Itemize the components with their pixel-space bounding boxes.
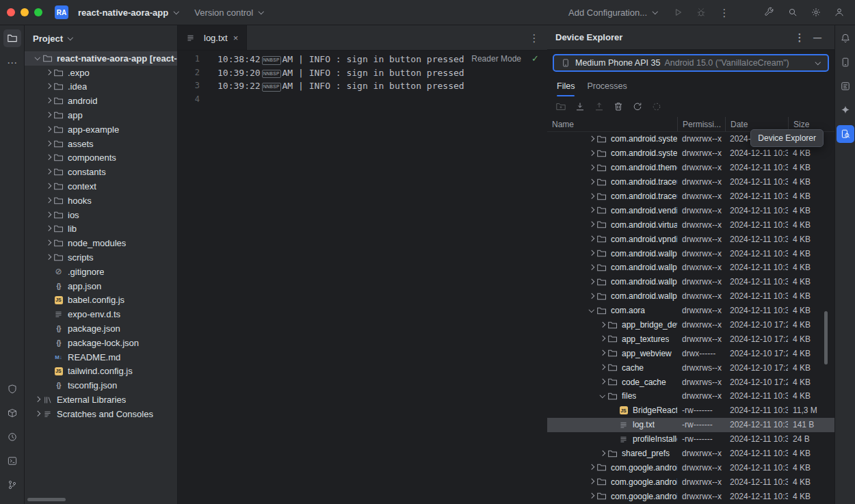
tree-item-babel-config-js[interactable]: JSbabel.config.js — [25, 293, 177, 308]
refresh-button[interactable] — [629, 98, 646, 115]
chevron-right-icon[interactable] — [44, 140, 53, 148]
chevron-right-icon[interactable] — [44, 211, 53, 220]
project-switcher[interactable]: react-native-aora-app — [74, 5, 185, 21]
chevron-right-icon[interactable] — [598, 363, 607, 372]
file-row-com-android-wallpa[interactable]: com.android.wallpadrwxrwx--x2024-12-11 1… — [547, 261, 834, 275]
chevron-right-icon[interactable] — [587, 463, 596, 472]
chevron-right-icon[interactable] — [587, 178, 596, 187]
tree-item-scripts[interactable]: scripts — [25, 250, 177, 265]
chevron-right-icon[interactable] — [587, 220, 596, 229]
tree-item-external-libraries[interactable]: External Libraries — [25, 393, 177, 407]
file-row-com-android-wallpa[interactable]: com.android.wallpadrwxrwx--x2024-12-11 1… — [547, 289, 834, 304]
file-row-com-android-virtual[interactable]: com.android.virtualdrwxrwx--x2024-12-11 … — [547, 217, 834, 232]
tree-item-package-json[interactable]: {}package.json — [25, 321, 177, 336]
editor-tab-log-txt[interactable]: log.txt × — [178, 25, 247, 50]
tree-item-scratches-and-consoles[interactable]: Scratches and Consoles — [25, 407, 177, 421]
file-row-com-android-traceu[interactable]: com.android.traceudrwxrwx--x2024-12-11 1… — [547, 175, 834, 189]
file-row-code-cache[interactable]: code_cachedrwxrws--x2024-12-10 17:24 KB — [547, 375, 834, 389]
file-row-app-textures[interactable]: app_texturesdrwxrwx--x2024-12-10 17:24 K… — [547, 332, 834, 346]
chevron-right-icon[interactable] — [598, 377, 607, 386]
tree-item-tsconfig-json[interactable]: {}tsconfig.json — [25, 378, 177, 393]
inspection-check-icon[interactable]: ✓ — [531, 53, 539, 64]
chevron-down-icon[interactable] — [33, 54, 42, 63]
file-row-shared-prefs[interactable]: shared_prefsdrwxrwx--x2024-12-11 10:34 K… — [547, 447, 834, 461]
settings-button[interactable] — [807, 3, 825, 21]
tree-item-android[interactable]: android — [25, 94, 177, 108]
tree-item-gitignore[interactable]: ⊘.gitignore — [25, 265, 177, 279]
run-button[interactable] — [669, 3, 687, 21]
chevron-right-icon[interactable] — [598, 449, 607, 458]
reader-mode-label[interactable]: Reader Mode — [471, 54, 521, 64]
terminal-button[interactable] — [3, 452, 21, 470]
chevron-right-icon[interactable] — [44, 111, 53, 120]
version-control-tool-button[interactable] — [3, 476, 21, 494]
tree-item-package-lock-json[interactable]: {}package-lock.json — [25, 336, 177, 350]
editor-body[interactable]: 110:38:42NNBSPAM | INFO : sign in button… — [178, 51, 547, 504]
tab-files[interactable]: Files — [557, 76, 575, 96]
tools-button[interactable] — [761, 3, 778, 21]
horizontal-scrollbar[interactable] — [27, 498, 66, 501]
search-everywhere-button[interactable] — [784, 3, 802, 21]
debug-button[interactable] — [692, 3, 710, 21]
chevron-right-icon[interactable] — [587, 278, 596, 287]
file-row-app-bridge-dev[interactable]: app_bridge_dev_drwxrwx--x2024-12-10 17:2… — [547, 318, 834, 332]
tree-item-readme-md[interactable]: M↓README.md — [25, 350, 177, 364]
chevron-right-icon[interactable] — [587, 263, 596, 272]
tree-item-expo-env-d-ts[interactable]: expo-env.d.ts — [25, 307, 177, 321]
chevron-right-icon[interactable] — [587, 192, 596, 201]
hide-panel-button[interactable]: — — [808, 29, 826, 47]
column-permissions[interactable]: Permissi... — [677, 117, 725, 131]
chevron-right-icon[interactable] — [33, 395, 42, 404]
running-devices-button[interactable] — [837, 53, 854, 71]
file-row-files[interactable]: filesdrwxrwx--x2024-12-11 10:34 KB — [547, 389, 834, 403]
panel-options-button[interactable]: ⋮ — [791, 29, 808, 47]
gemini-button[interactable] — [837, 101, 854, 119]
chevron-right-icon[interactable] — [587, 492, 596, 501]
chevron-right-icon[interactable] — [587, 149, 596, 158]
version-control-menu[interactable]: Version control — [190, 5, 269, 21]
file-row-com-android-theme[interactable]: com.android.themedrwxrwx--x2024-12-11 10… — [547, 161, 834, 175]
more-tool-windows-button[interactable]: ⋯ — [3, 53, 21, 71]
chevron-right-icon[interactable] — [44, 239, 53, 248]
file-row-com-android-vendin[interactable]: com.android.vendindrwxrwx--x2024-12-11 1… — [547, 203, 834, 217]
project-panel-header[interactable]: Project — [25, 25, 177, 51]
chevron-right-icon[interactable] — [44, 96, 53, 105]
close-tab-icon[interactable]: × — [232, 33, 240, 43]
tree-item-lib[interactable]: lib — [25, 222, 177, 237]
file-row-com-android-traceu[interactable]: com.android.traceudrwxrwx--x2024-12-11 1… — [547, 189, 834, 204]
logcat-button[interactable] — [837, 77, 854, 95]
chevron-right-icon[interactable] — [44, 182, 53, 191]
minimize-window-button[interactable] — [21, 8, 29, 16]
delete-file-button[interactable] — [610, 98, 627, 115]
download-file-button[interactable] — [572, 98, 588, 115]
tree-item-expo[interactable]: .expo — [25, 66, 177, 80]
chevron-right-icon[interactable] — [44, 253, 53, 262]
chevron-right-icon[interactable] — [598, 334, 607, 343]
file-row-com-android-system[interactable]: com.android.systemdrwxrwx--x2024-12-11 1… — [547, 146, 834, 161]
chevron-right-icon[interactable] — [598, 321, 607, 330]
file-row-com-android-wallpa[interactable]: com.android.wallpadrwxrwx--x2024-12-11 1… — [547, 246, 834, 261]
sync-settings-button[interactable] — [648, 98, 665, 115]
chevron-right-icon[interactable] — [587, 477, 596, 486]
file-row-bridgereactn[interactable]: JSBridgeReactN-rw-------2024-12-11 10:31… — [547, 403, 834, 418]
more-actions-button[interactable]: ⋮ — [715, 3, 733, 21]
close-window-button[interactable] — [7, 8, 15, 16]
tree-item-tailwind-config-js[interactable]: JStailwind.config.js — [25, 364, 177, 379]
tree-item-idea[interactable]: .idea — [25, 80, 177, 94]
tree-item-react-native-aora-app-react-nat[interactable]: react-native-aora-app [react-nat — [25, 51, 177, 66]
new-folder-button[interactable] — [553, 98, 569, 115]
tree-item-context[interactable]: context — [25, 179, 177, 194]
chevron-right-icon[interactable] — [44, 153, 53, 162]
maximize-window-button[interactable] — [34, 8, 42, 16]
file-row-com-google-android[interactable]: com.google.androiddrwxrwx--x2024-12-11 1… — [547, 489, 834, 503]
upload-file-button[interactable] — [591, 98, 607, 115]
vertical-scrollbar[interactable] — [824, 311, 828, 364]
chevron-right-icon[interactable] — [587, 235, 596, 243]
tree-item-ios[interactable]: ios — [25, 208, 177, 222]
file-row-app-webview[interactable]: app_webviewdrwx------2024-12-10 17:24 KB — [547, 346, 834, 360]
chevron-down-icon[interactable] — [598, 392, 607, 401]
run-configuration-selector[interactable]: Add Configuration... — [564, 5, 663, 21]
chevron-right-icon[interactable] — [44, 168, 53, 176]
chevron-right-icon[interactable] — [44, 68, 53, 77]
chevron-right-icon[interactable] — [598, 349, 607, 358]
